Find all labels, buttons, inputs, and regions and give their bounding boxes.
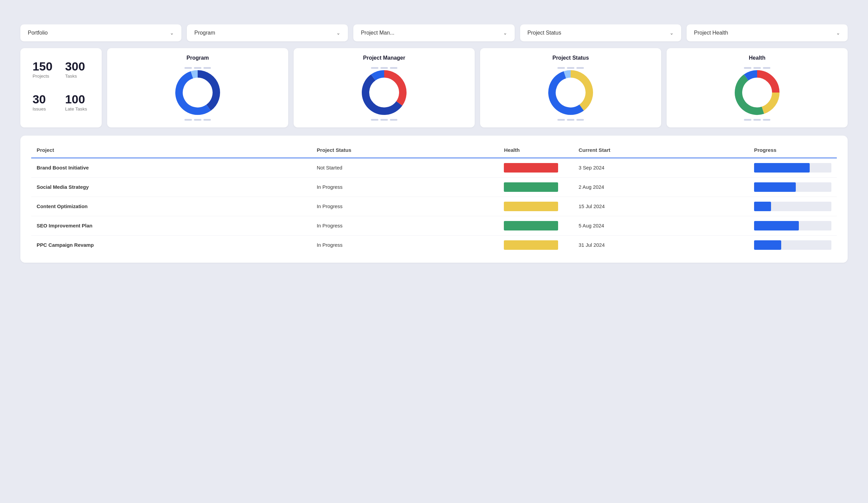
stats-charts-row: 150Projects300Tasks30Issues100Late Tasks… bbox=[20, 48, 848, 127]
scroll-dot bbox=[763, 119, 770, 120]
health-bar-1 bbox=[504, 182, 558, 192]
chart-title-health: Health bbox=[675, 55, 839, 61]
progress-bar-fill-0 bbox=[754, 163, 810, 172]
filter-program[interactable]: Program⌄ bbox=[187, 24, 348, 41]
row-health-3 bbox=[498, 216, 573, 235]
row-start-2: 15 Jul 2024 bbox=[573, 197, 749, 216]
scroll-dot bbox=[204, 119, 211, 120]
health-bar-3 bbox=[504, 221, 558, 230]
svg-point-7 bbox=[743, 78, 771, 107]
row-progress-1 bbox=[749, 178, 837, 197]
table-row: Social Media StrategyIn Progress2 Aug 20… bbox=[31, 178, 837, 197]
stats-card: 150Projects300Tasks30Issues100Late Tasks bbox=[20, 48, 102, 127]
filter-portfolio[interactable]: Portfolio⌄ bbox=[20, 24, 182, 41]
stat-value-tasks: 300 bbox=[65, 60, 90, 72]
row-status-2: In Progress bbox=[311, 197, 498, 216]
row-start-4: 31 Jul 2024 bbox=[573, 235, 749, 255]
table-col-4: Progress bbox=[749, 144, 837, 158]
donut-project-manager bbox=[360, 69, 408, 116]
scroll-dot bbox=[557, 119, 565, 120]
stat-label-projects: Projects bbox=[32, 74, 57, 78]
donut-segment-project-manager bbox=[373, 74, 384, 77]
row-progress-3 bbox=[749, 216, 837, 235]
row-project-1: Social Media Strategy bbox=[31, 178, 311, 197]
donut-program bbox=[174, 69, 221, 116]
filters-row: Portfolio⌄Program⌄Project Man...⌄Project… bbox=[20, 24, 848, 41]
svg-point-5 bbox=[556, 78, 585, 107]
filter-project-manager[interactable]: Project Man...⌄ bbox=[353, 24, 514, 41]
filter-project-status[interactable]: Project Status⌄ bbox=[520, 24, 681, 41]
stat-label-tasks: Tasks bbox=[65, 74, 90, 78]
row-status-1: In Progress bbox=[311, 178, 498, 197]
row-status-4: In Progress bbox=[311, 235, 498, 255]
donut-segment-health bbox=[746, 74, 757, 77]
donut-svg-health bbox=[733, 69, 781, 116]
filter-label-project-status: Project Status bbox=[528, 30, 561, 36]
scroll-dot bbox=[380, 119, 388, 120]
scroll-dot bbox=[576, 119, 584, 120]
progress-bar-wrap-3 bbox=[754, 221, 831, 230]
table-header-row: ProjectProject StatusHealthCurrent Start… bbox=[31, 144, 837, 158]
table-row: Brand Boost InitiativeNot Started3 Sep 2… bbox=[31, 158, 837, 178]
donut-health bbox=[733, 69, 781, 116]
scroll-indicators-bottom-program bbox=[185, 119, 211, 120]
stat-label-late-tasks: Late Tasks bbox=[65, 106, 90, 112]
filter-project-health[interactable]: Project Health⌄ bbox=[686, 24, 848, 41]
row-start-1: 2 Aug 2024 bbox=[573, 178, 749, 197]
chevron-down-icon: ⌄ bbox=[670, 30, 674, 35]
row-health-2 bbox=[498, 197, 573, 216]
filter-label-program: Program bbox=[194, 30, 215, 36]
row-progress-0 bbox=[749, 158, 837, 178]
svg-point-3 bbox=[370, 78, 399, 107]
scroll-dot bbox=[744, 119, 751, 120]
stat-late-tasks: 100Late Tasks bbox=[61, 88, 94, 120]
chart-title-program: Program bbox=[115, 55, 280, 61]
progress-bar-wrap-0 bbox=[754, 163, 831, 172]
health-bar-4 bbox=[504, 240, 558, 250]
chevron-down-icon: ⌄ bbox=[170, 30, 174, 35]
chart-title-project-status: Project Status bbox=[488, 55, 653, 61]
filter-label-project-health: Project Health bbox=[694, 30, 728, 36]
progress-bar-fill-3 bbox=[754, 221, 799, 230]
progress-bar-fill-1 bbox=[754, 182, 796, 192]
row-start-3: 5 Aug 2024 bbox=[573, 216, 749, 235]
svg-point-1 bbox=[184, 78, 212, 107]
table-col-2: Health bbox=[498, 144, 573, 158]
row-health-4 bbox=[498, 235, 573, 255]
stat-label-issues: Issues bbox=[32, 106, 57, 112]
stat-projects: 150Projects bbox=[29, 55, 61, 88]
project-table-card: ProjectProject StatusHealthCurrent Start… bbox=[20, 136, 848, 263]
scroll-dot bbox=[371, 119, 379, 120]
chart-card-project-manager: Project Manager bbox=[293, 48, 475, 127]
donut-segment-project-status bbox=[565, 74, 571, 75]
progress-bar-fill-4 bbox=[754, 240, 781, 250]
row-start-0: 3 Sep 2024 bbox=[573, 158, 749, 178]
donut-project-status bbox=[547, 69, 595, 116]
table-row: PPC Campaign RevampIn Progress31 Jul 202… bbox=[31, 235, 837, 255]
project-table: ProjectProject StatusHealthCurrent Start… bbox=[31, 144, 837, 254]
donut-svg-project-manager bbox=[360, 69, 408, 116]
donut-svg-project-status bbox=[547, 69, 595, 116]
table-row: SEO Improvement PlanIn Progress5 Aug 202… bbox=[31, 216, 837, 235]
row-status-3: In Progress bbox=[311, 216, 498, 235]
scroll-dot bbox=[567, 119, 575, 120]
row-project-2: Content Optimization bbox=[31, 197, 311, 216]
scroll-dot bbox=[194, 119, 202, 120]
chevron-down-icon: ⌄ bbox=[503, 30, 507, 35]
filter-label-project-manager: Project Man... bbox=[361, 30, 394, 36]
progress-bar-wrap-2 bbox=[754, 202, 831, 211]
filter-label-portfolio: Portfolio bbox=[28, 30, 48, 36]
chart-card-project-status: Project Status bbox=[480, 48, 661, 127]
chevron-down-icon: ⌄ bbox=[836, 30, 840, 35]
table-col-1: Project Status bbox=[311, 144, 498, 158]
chart-title-project-manager: Project Manager bbox=[302, 55, 466, 61]
table-body: Brand Boost InitiativeNot Started3 Sep 2… bbox=[31, 158, 837, 254]
row-project-0: Brand Boost Initiative bbox=[31, 158, 311, 178]
progress-bar-wrap-1 bbox=[754, 182, 831, 192]
progress-bar-wrap-4 bbox=[754, 240, 831, 250]
row-progress-2 bbox=[749, 197, 837, 216]
scroll-indicators-bottom-project-status bbox=[557, 119, 584, 120]
row-health-0 bbox=[498, 158, 573, 178]
chart-card-program: Program bbox=[107, 48, 288, 127]
stat-value-projects: 150 bbox=[32, 60, 57, 72]
